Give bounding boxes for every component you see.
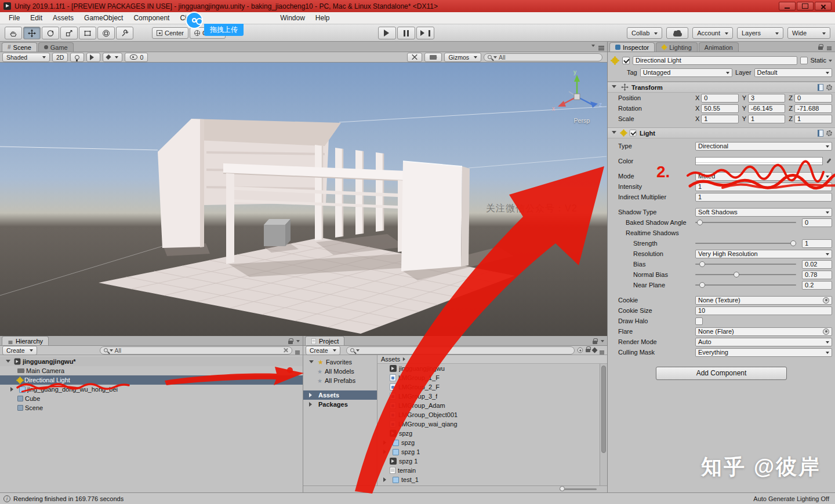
scene-visibility-toggle[interactable]: 0: [125, 53, 148, 62]
scene-tools-button[interactable]: [407, 53, 422, 62]
tab-animation[interactable]: Animation: [699, 42, 739, 52]
asset-row[interactable]: LMGroup_Object001: [377, 410, 600, 419]
move-tool-button[interactable]: [23, 27, 41, 39]
resolution-dropdown[interactable]: Very High Resolution: [695, 250, 832, 258]
baked-shadow-angle-field[interactable]: 0: [802, 218, 832, 227]
normal-bias-slider[interactable]: [695, 271, 796, 279]
position-y-field[interactable]: 3: [748, 94, 785, 103]
hierarchy-item-cube[interactable]: Cube: [0, 394, 303, 403]
menu-window[interactable]: Window: [275, 12, 310, 24]
position-x-field[interactable]: 0: [701, 94, 738, 103]
help-book-icon[interactable]: [818, 84, 823, 91]
upload-overlay-logo[interactable]: [186, 12, 203, 29]
draw-halo-checkbox[interactable]: [695, 317, 703, 325]
scene-audio-toggle[interactable]: [86, 53, 100, 62]
asset-row[interactable]: jingguangjingwu: [377, 364, 600, 373]
foldout-icon[interactable]: [612, 85, 616, 90]
slider-knob[interactable]: [560, 486, 565, 491]
add-component-button[interactable]: Add Component: [656, 367, 787, 380]
panel-menu-caret-icon[interactable]: [296, 340, 300, 344]
flare-object-field[interactable]: None (Flare): [695, 327, 832, 336]
breadcrumb[interactable]: Assets: [377, 355, 607, 364]
layer-dropdown[interactable]: Default: [754, 68, 832, 77]
folder-assets[interactable]: Assets: [303, 390, 377, 400]
scale-z-field[interactable]: 1: [794, 115, 832, 123]
panel-menu-caret-icon[interactable]: [601, 340, 604, 344]
search-by-label-icon[interactable]: [586, 349, 590, 352]
tab-inspector[interactable]: Inspector: [609, 42, 655, 52]
render-mode-dropdown[interactable]: Auto: [695, 338, 832, 346]
transform-tool-button[interactable]: [97, 27, 115, 39]
expand-arrow-icon[interactable]: [383, 440, 389, 445]
bias-slider[interactable]: [695, 260, 796, 268]
panel-menu-icon[interactable]: [598, 46, 604, 47]
indirect-multiplier-field[interactable]: 1: [695, 193, 832, 202]
expand-arrow-icon[interactable]: [309, 402, 314, 407]
vertical-scrollbar[interactable]: [600, 364, 607, 485]
foldout-icon[interactable]: [612, 131, 616, 136]
object-picker-icon[interactable]: [823, 297, 829, 304]
menu-file[interactable]: File: [3, 12, 25, 24]
project-create-button[interactable]: Create: [306, 346, 340, 355]
settings-gear-icon[interactable]: [826, 85, 832, 90]
hierarchy-search-input[interactable]: All: [100, 346, 292, 355]
expand-arrow-icon[interactable]: [383, 450, 389, 454]
rotation-x-field[interactable]: 50.55: [701, 104, 738, 113]
scale-tool-button[interactable]: [60, 27, 78, 39]
culling-mask-dropdown[interactable]: Everything: [695, 348, 832, 357]
favorite-search-icon[interactable]: [592, 348, 598, 353]
favorites-row[interactable]: ★ Favorites: [303, 357, 377, 367]
asset-row[interactable]: LMGroup_1_F: [377, 373, 600, 382]
eyedropper-icon[interactable]: [825, 158, 832, 165]
custom-tool-button[interactable]: [116, 27, 133, 39]
rotation-y-field[interactable]: -66.145: [748, 104, 785, 113]
help-book-icon[interactable]: [818, 130, 823, 137]
hierarchy-options-icon[interactable]: [295, 350, 300, 352]
pause-button[interactable]: [397, 27, 415, 39]
step-button[interactable]: [416, 27, 434, 39]
tab-project[interactable]: Project: [305, 336, 344, 345]
asset-row[interactable]: spzg: [377, 438, 600, 447]
strength-slider[interactable]: [695, 239, 796, 247]
close-button[interactable]: [815, 2, 832, 10]
search-by-type-icon[interactable]: [578, 348, 583, 353]
settings-gear-icon[interactable]: [826, 130, 832, 136]
lock-icon[interactable]: [288, 341, 293, 344]
layers-dropdown[interactable]: Layers: [737, 27, 783, 39]
rotate-tool-button[interactable]: [42, 27, 59, 39]
scrollbar-thumb[interactable]: [601, 366, 606, 453]
strength-field[interactable]: 1: [802, 239, 832, 248]
normal-bias-field[interactable]: 0.78: [802, 271, 832, 279]
project-search-input[interactable]: [346, 346, 575, 355]
scene-effects-dropdown[interactable]: [103, 53, 122, 62]
cookie-size-field[interactable]: 10: [695, 306, 832, 315]
maximize-button[interactable]: [797, 2, 814, 10]
scale-y-field[interactable]: 1: [748, 115, 785, 123]
tab-lighting[interactable]: Lighting: [656, 42, 698, 52]
rect-tool-button[interactable]: [79, 27, 96, 39]
gizmos-dropdown[interactable]: Gizmos: [444, 53, 481, 62]
shading-mode-dropdown[interactable]: Shaded: [2, 53, 50, 62]
clear-search-icon[interactable]: [283, 348, 288, 353]
tab-game[interactable]: Game: [38, 42, 74, 52]
hierarchy-create-button[interactable]: Create: [2, 346, 37, 355]
lock-icon[interactable]: [818, 46, 823, 50]
pivot-toggle-button[interactable]: Center: [152, 27, 188, 39]
transform-component-header[interactable]: Transform: [608, 82, 835, 93]
favorite-all-prefabs[interactable]: ★ All Prefabs: [303, 376, 377, 385]
scene-lighting-toggle[interactable]: [70, 53, 84, 62]
asset-row[interactable]: terrain: [377, 466, 600, 475]
asset-row[interactable]: LMGroup_wai_qiang: [377, 419, 600, 429]
scene-camera-button[interactable]: [424, 53, 442, 62]
active-checkbox[interactable]: [622, 57, 630, 64]
collab-dropdown[interactable]: Collab: [627, 27, 662, 39]
object-name-field[interactable]: Directional Light: [633, 56, 797, 65]
hierarchy-item-building[interactable]: jing_guang_dong_wu_hong_bei: [0, 385, 303, 394]
light-component-header[interactable]: Light: [608, 127, 835, 138]
2d-toggle-button[interactable]: 2D: [52, 53, 68, 62]
hierarchy-item-main-camera[interactable]: Main Camera: [0, 366, 303, 375]
light-enabled-checkbox[interactable]: [630, 130, 637, 137]
menu-component[interactable]: Component: [128, 12, 175, 24]
asset-row[interactable]: LMGroup_3_f: [377, 392, 600, 401]
expand-arrow-icon[interactable]: [10, 387, 16, 392]
